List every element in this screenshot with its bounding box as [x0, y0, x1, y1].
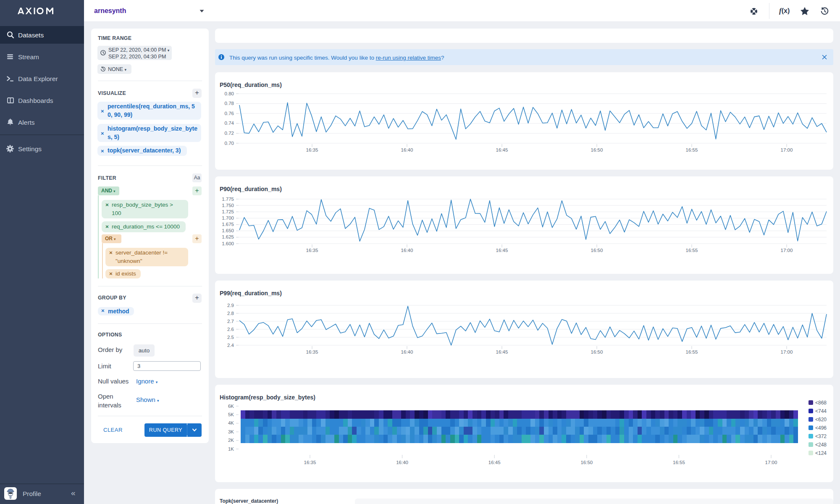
- svg-text:4K: 4K: [228, 420, 234, 425]
- svg-text:16:50: 16:50: [591, 349, 603, 354]
- svg-text:1.675: 1.675: [222, 222, 234, 227]
- svg-text:16:50: 16:50: [580, 460, 593, 465]
- svg-text:16:40: 16:40: [401, 147, 413, 152]
- svg-text:1.725: 1.725: [222, 209, 234, 214]
- svg-text:<248: <248: [815, 442, 827, 448]
- svg-text:2.7: 2.7: [227, 319, 234, 324]
- svg-text:0.78: 0.78: [225, 101, 234, 106]
- svg-text:2.5: 2.5: [227, 335, 234, 340]
- svg-text:<868: <868: [815, 400, 827, 406]
- svg-text:1.775: 1.775: [222, 197, 234, 202]
- svg-text:1.625: 1.625: [222, 234, 234, 239]
- svg-text:16:40: 16:40: [401, 248, 413, 253]
- svg-text:16:45: 16:45: [488, 460, 501, 465]
- svg-text:16:55: 16:55: [673, 460, 685, 465]
- svg-text:17:00: 17:00: [781, 248, 793, 253]
- svg-text:16:55: 16:55: [686, 248, 698, 253]
- svg-text:2.9: 2.9: [227, 303, 234, 308]
- svg-text:3K: 3K: [228, 429, 234, 434]
- svg-text:1.750: 1.750: [222, 203, 234, 208]
- svg-text:0.70: 0.70: [225, 141, 234, 146]
- svg-text:1.650: 1.650: [222, 228, 234, 233]
- svg-text:2K: 2K: [228, 438, 234, 443]
- svg-text:16:35: 16:35: [306, 147, 318, 152]
- svg-text:17:00: 17:00: [781, 147, 793, 152]
- svg-text:16:35: 16:35: [306, 349, 318, 354]
- svg-text:16:35: 16:35: [306, 248, 318, 253]
- svg-text:2.8: 2.8: [227, 311, 234, 316]
- svg-text:<744: <744: [815, 408, 827, 414]
- svg-text:<620: <620: [815, 417, 827, 423]
- svg-text:17:00: 17:00: [765, 460, 777, 465]
- svg-text:16:45: 16:45: [496, 248, 508, 253]
- svg-text:16:35: 16:35: [304, 460, 316, 465]
- svg-text:16:40: 16:40: [401, 349, 413, 354]
- svg-text:16:50: 16:50: [591, 147, 603, 152]
- svg-text:2.4: 2.4: [227, 343, 234, 348]
- svg-text:6K: 6K: [228, 404, 234, 409]
- svg-text:0.74: 0.74: [225, 121, 234, 126]
- svg-text:16:40: 16:40: [396, 460, 408, 465]
- svg-text:1.700: 1.700: [222, 215, 234, 220]
- svg-text:<496: <496: [815, 425, 827, 431]
- svg-text:16:55: 16:55: [686, 349, 698, 354]
- svg-text:16:45: 16:45: [496, 147, 508, 152]
- svg-text:16:45: 16:45: [496, 349, 508, 354]
- svg-text:0.80: 0.80: [225, 91, 234, 96]
- svg-text:0.76: 0.76: [225, 111, 234, 116]
- svg-text:16:50: 16:50: [591, 248, 603, 253]
- svg-text:2.6: 2.6: [227, 327, 234, 332]
- svg-text:1.600: 1.600: [222, 241, 234, 246]
- svg-text:<124: <124: [815, 450, 827, 456]
- svg-text:17:00: 17:00: [781, 349, 793, 354]
- svg-text:1K: 1K: [228, 446, 234, 452]
- svg-text:<372: <372: [815, 433, 827, 439]
- svg-text:0.72: 0.72: [225, 131, 234, 136]
- svg-text:16:55: 16:55: [686, 147, 698, 152]
- svg-text:5K: 5K: [228, 412, 234, 417]
